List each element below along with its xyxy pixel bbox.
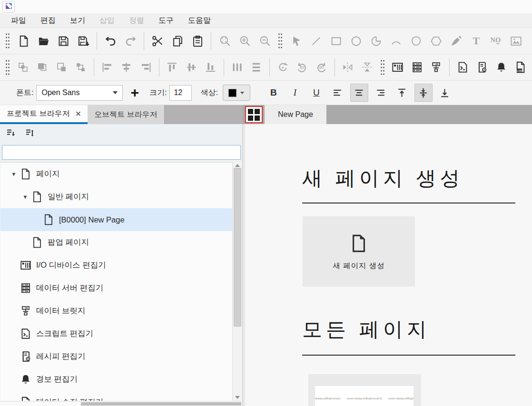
draw-closed-curve-button[interactable] <box>406 31 425 50</box>
open-folder-button[interactable] <box>34 31 53 50</box>
menu-file[interactable]: 파일 <box>4 13 33 28</box>
font-size-input[interactable] <box>169 85 192 101</box>
align-left-button[interactable] <box>98 58 117 77</box>
tree-item-recipe-editor[interactable]: 레시피 편집기 <box>0 345 232 368</box>
valign-top-button[interactable] <box>393 84 411 102</box>
menu-insert[interactable]: 삽입 <box>92 13 122 28</box>
data-bridge-button[interactable] <box>427 58 446 77</box>
undo-button[interactable] <box>101 31 120 50</box>
scrollbar-thumb[interactable] <box>234 168 241 327</box>
vertical-scrollbar[interactable] <box>232 162 242 401</box>
io-device-button[interactable] <box>389 58 407 77</box>
alarm-button[interactable] <box>492 58 511 77</box>
rotate-left-90-button[interactable]: 90 <box>293 58 312 77</box>
script-button[interactable] <box>453 58 472 77</box>
draw-rect-button[interactable] <box>326 31 345 50</box>
tree-item-data-server-editor[interactable]: 데이터 서버 편집기 <box>0 277 232 300</box>
draw-pie-button[interactable] <box>366 31 385 50</box>
tree-item-io-device-editor[interactable]: I/O 디바이스 편집기 <box>0 254 232 277</box>
log-file-button[interactable]: LOG <box>512 58 530 77</box>
toolbar-grip[interactable] <box>379 58 386 77</box>
save-button[interactable] <box>54 31 73 50</box>
select-button[interactable] <box>286 31 305 50</box>
underline-button[interactable]: U <box>307 84 325 102</box>
tree-item-pages[interactable]: ▼페이지 <box>0 163 232 185</box>
menu-edit[interactable]: 편집 <box>33 13 63 28</box>
toolbar-grip[interactable] <box>4 58 11 77</box>
draw-line-button[interactable] <box>306 31 325 50</box>
horizontal-scrollbar[interactable] <box>0 401 242 406</box>
document-tab-new-page[interactable]: New Page <box>265 105 326 124</box>
app-menu-button[interactable] <box>2 1 15 12</box>
tree-item-data-collection-editor[interactable]: 데이터 수집 편집기 <box>0 391 232 401</box>
flip-vertical-button[interactable] <box>358 58 376 77</box>
align-right-button[interactable] <box>137 58 155 77</box>
collapse-all-button[interactable] <box>5 127 17 140</box>
copy-button[interactable] <box>168 31 187 50</box>
italic-button[interactable]: I <box>286 84 304 102</box>
zoom-fit-button[interactable] <box>215 31 234 50</box>
send-to-back-button[interactable] <box>52 58 71 77</box>
bring-to-front-button[interactable] <box>33 58 52 77</box>
tree-item-popup-pages[interactable]: 팝업 페이지 <box>0 231 232 254</box>
align-center-button[interactable] <box>118 58 136 77</box>
rotate-right-90-button[interactable]: 90 <box>312 58 331 77</box>
menu-arrange[interactable]: 정렬 <box>122 13 151 28</box>
toolbar-grip[interactable] <box>4 32 11 50</box>
text-align-center-button[interactable] <box>350 84 368 102</box>
add-font-button[interactable]: + <box>130 86 139 100</box>
draw-arc-button[interactable] <box>386 31 405 50</box>
pages-grid-button[interactable] <box>245 106 263 123</box>
bold-button[interactable]: B <box>265 84 283 102</box>
tab-close-icon[interactable]: × <box>75 109 81 118</box>
font-color-button[interactable] <box>223 85 250 101</box>
flip-horizontal-button[interactable] <box>339 58 357 77</box>
draw-pen-button[interactable] <box>446 31 465 50</box>
tree-item-normal-pages[interactable]: ▼일반 페이지 <box>0 185 232 208</box>
toolbar-grip[interactable] <box>277 32 284 50</box>
rotate-button[interactable] <box>274 58 292 77</box>
zoom-out-button[interactable] <box>255 31 274 50</box>
distribute-vertical-button[interactable] <box>247 58 266 77</box>
align-bottom-button[interactable] <box>202 58 220 77</box>
draw-number-button[interactable]: NO <box>486 31 505 50</box>
menu-tools[interactable]: 도구 <box>151 13 181 28</box>
tab-project-browser[interactable]: 프로젝트 브라우저× <box>0 105 88 124</box>
toolbar-grip[interactable] <box>4 84 11 102</box>
menu-help[interactable]: 도움말 <box>181 13 218 28</box>
menu-view[interactable]: 보기 <box>63 13 92 28</box>
save-as-button[interactable] <box>74 31 93 50</box>
valign-middle-button[interactable] <box>414 84 433 102</box>
group-objects-button[interactable] <box>14 58 32 77</box>
tree-filter-input[interactable] <box>2 145 241 160</box>
new-file-button[interactable] <box>14 31 33 50</box>
redo-button[interactable] <box>121 31 140 50</box>
draw-ellipse-button[interactable] <box>346 31 365 50</box>
cut-button[interactable] <box>148 31 167 50</box>
expander-down-icon[interactable]: ▼ <box>20 194 31 200</box>
data-server-button[interactable] <box>408 58 426 77</box>
paste-button[interactable] <box>188 31 207 50</box>
expand-all-button[interactable] <box>24 127 36 140</box>
page-thumbnail-card[interactable]: system.display.setBrightness(0)system.di… <box>308 374 421 406</box>
zoom-in-button[interactable] <box>235 31 254 50</box>
tree-item-script-editor[interactable]: 스크립트 편집기 <box>0 322 232 345</box>
align-top-button[interactable] <box>163 58 182 77</box>
draw-image-button[interactable] <box>506 31 525 50</box>
tab-object-browser[interactable]: 오브젝트 브라우저 <box>88 105 164 124</box>
recipe-button[interactable] <box>473 58 492 77</box>
valign-bottom-button[interactable] <box>436 84 454 102</box>
expander-down-icon[interactable]: ▼ <box>8 171 20 177</box>
font-family-select[interactable]: Open Sans <box>36 85 123 101</box>
draw-polygon-button[interactable] <box>426 31 445 50</box>
scrollbar-thumb[interactable] <box>81 402 241 406</box>
text-align-right-button[interactable] <box>372 84 390 102</box>
text-align-left-button[interactable] <box>329 84 347 102</box>
distribute-horizontal-button[interactable] <box>228 58 246 77</box>
tree-item-b0000-new-page[interactable]: [B0000] New Page <box>0 208 232 231</box>
tree-item-alarm-editor[interactable]: 경보 편집기 <box>0 368 232 391</box>
tree-item-data-bridge[interactable]: 데이터 브릿지 <box>0 300 232 322</box>
scroll-down-arrow-icon[interactable] <box>233 394 242 401</box>
create-new-page-card[interactable]: 새 페이지 생성 <box>303 216 415 287</box>
ungroup-objects-button[interactable] <box>72 58 90 77</box>
